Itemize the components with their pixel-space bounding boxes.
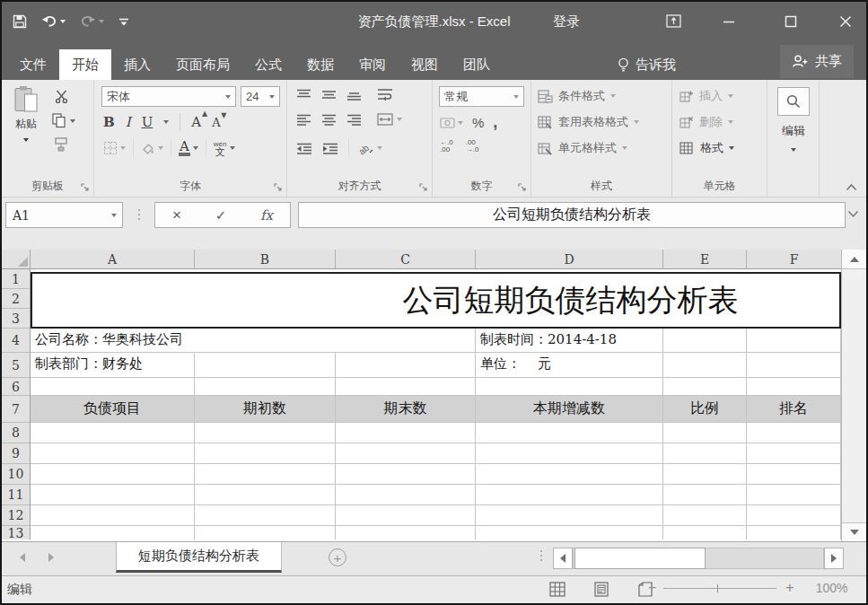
fill-color-button[interactable] — [141, 142, 163, 155]
tab-review[interactable]: 审阅 — [346, 49, 399, 80]
new-sheet-button[interactable]: + — [329, 548, 346, 566]
empty-cell[interactable] — [195, 423, 336, 443]
previous-sheet-icon[interactable] — [20, 553, 25, 562]
tab-page-layout[interactable]: 页面布局 — [163, 49, 242, 80]
empty-cell[interactable] — [747, 423, 841, 443]
formula-input[interactable]: 公司短期负债结构分析表 — [298, 202, 846, 228]
format-cells-button[interactable]: 格式 — [679, 140, 734, 156]
page-layout-view-icon[interactable] — [593, 582, 609, 597]
row-header[interactable]: 2 — [2, 289, 30, 309]
empty-cell[interactable] — [476, 485, 663, 504]
zoom-slider-thumb[interactable] — [717, 584, 718, 592]
empty-cell[interactable] — [336, 505, 476, 525]
normal-view-icon[interactable] — [549, 582, 566, 597]
percent-style-button[interactable]: % — [472, 115, 484, 130]
format-as-table-button[interactable]: 套用表格格式 — [538, 114, 639, 130]
empty-cell[interactable] — [31, 423, 195, 443]
scroll-right-icon[interactable] — [824, 548, 844, 569]
tab-file[interactable]: 文件 — [7, 49, 59, 80]
format-painter-icon[interactable] — [54, 137, 68, 153]
cell-styles-button[interactable]: 单元格样式 — [538, 140, 627, 156]
horizontal-scroll-thumb[interactable] — [574, 548, 706, 569]
orientation-button[interactable]: ab — [359, 142, 382, 155]
empty-cell[interactable] — [31, 464, 195, 484]
empty-cell[interactable] — [747, 526, 841, 539]
column-header-e[interactable]: E — [663, 250, 747, 268]
tab-formulas[interactable]: 公式 — [242, 49, 294, 80]
empty-cell[interactable] — [195, 378, 336, 395]
column-header-c[interactable]: C — [336, 250, 476, 268]
italic-button[interactable]: I — [126, 114, 131, 130]
empty-cell[interactable] — [476, 423, 663, 443]
font-name-select[interactable]: 宋体 — [101, 86, 236, 107]
paste-button[interactable]: 粘贴 — [6, 85, 46, 145]
decrease-indent-icon[interactable] — [296, 143, 312, 154]
column-header-f[interactable]: F — [747, 250, 841, 268]
empty-cell[interactable] — [747, 353, 841, 377]
scroll-left-icon[interactable] — [553, 548, 573, 569]
paste-dropdown-icon[interactable] — [23, 138, 29, 142]
empty-cell[interactable] — [336, 443, 476, 463]
empty-cell[interactable] — [195, 505, 336, 525]
scroll-up-icon[interactable] — [842, 250, 866, 269]
tab-view[interactable]: 视图 — [399, 49, 451, 80]
sheet-title-cell[interactable]: 公司短期负债结构分析表 — [31, 272, 841, 329]
accounting-format-button[interactable] — [440, 117, 463, 129]
empty-cell[interactable] — [663, 378, 747, 395]
sign-in-button[interactable]: 登录 — [553, 2, 580, 40]
empty-cell[interactable] — [747, 505, 841, 525]
increase-indent-icon[interactable] — [322, 143, 338, 154]
header-cell[interactable]: 比例 — [663, 396, 747, 422]
number-format-select[interactable]: 常规 — [439, 86, 524, 107]
underline-dropdown-icon[interactable] — [163, 120, 169, 124]
empty-cell[interactable] — [195, 526, 336, 539]
row-header[interactable]: 7 — [2, 396, 30, 423]
header-cell[interactable]: 排名 — [747, 396, 841, 422]
empty-cell[interactable] — [663, 329, 747, 352]
comma-style-button[interactable]: , — [493, 113, 497, 132]
expand-formula-bar-icon[interactable] — [847, 210, 859, 218]
shrink-font-button[interactable]: A▼ — [212, 116, 220, 129]
merge-center-button[interactable] — [377, 113, 402, 126]
empty-cell[interactable] — [663, 526, 747, 539]
align-top-icon[interactable] — [296, 89, 311, 101]
row-header[interactable]: 3 — [2, 309, 30, 329]
tab-data[interactable]: 数据 — [294, 49, 346, 80]
copy-dropdown-icon[interactable] — [70, 119, 75, 123]
delete-cells-button[interactable]: 删除 — [679, 114, 733, 130]
row-header[interactable]: 5 — [2, 353, 30, 378]
empty-cell[interactable] — [663, 485, 747, 504]
empty-cell[interactable] — [476, 378, 663, 395]
row-header[interactable]: 9 — [2, 443, 30, 464]
empty-cell[interactable] — [336, 485, 476, 504]
company-name-cell[interactable]: 公司名称：华奥科技公司 — [31, 329, 476, 352]
select-all-button[interactable] — [2, 250, 31, 268]
empty-cell[interactable] — [195, 443, 336, 463]
header-cell[interactable]: 期末数 — [336, 396, 476, 422]
report-time-cell[interactable]: 制表时间：2014-4-18 — [476, 329, 663, 352]
collapse-ribbon-icon[interactable] — [846, 183, 857, 191]
wrap-text-icon[interactable] — [377, 88, 393, 101]
column-header-b[interactable]: B — [195, 250, 336, 268]
sheet-tab-active[interactable]: 短期负债结构分析表 — [116, 542, 282, 573]
empty-cell[interactable] — [31, 526, 195, 539]
tab-home[interactable]: 开始 — [59, 49, 111, 80]
empty-cell[interactable] — [663, 353, 747, 377]
align-right-icon[interactable] — [346, 114, 362, 126]
empty-cell[interactable] — [476, 464, 663, 484]
share-button[interactable]: 共享 — [780, 45, 854, 78]
department-cell[interactable]: 制表部门：财务处 — [31, 353, 195, 377]
increase-decimal-button[interactable]: ←.0.00 — [440, 139, 453, 153]
next-sheet-icon[interactable] — [48, 553, 54, 562]
maximize-button[interactable] — [776, 2, 806, 40]
font-color-button[interactable]: A — [179, 141, 198, 156]
column-header-d[interactable]: D — [476, 250, 663, 268]
empty-cell[interactable] — [195, 464, 336, 484]
empty-cell[interactable] — [747, 378, 841, 395]
scroll-down-icon[interactable] — [842, 522, 866, 541]
row-header[interactable]: 4 — [2, 329, 30, 353]
empty-cell[interactable] — [476, 526, 663, 539]
unit-cell[interactable]: 单位： 元 — [476, 353, 663, 377]
align-center-icon[interactable] — [321, 114, 337, 126]
close-button[interactable] — [830, 2, 861, 40]
